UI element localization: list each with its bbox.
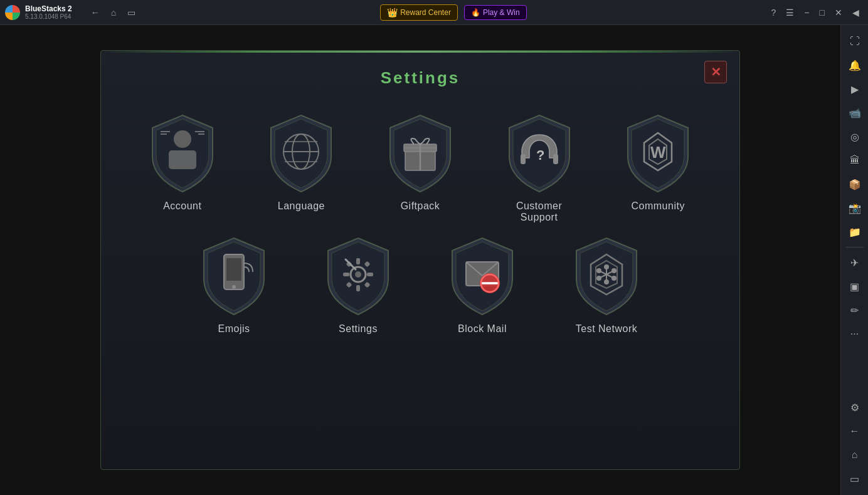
modal-top-border: [101, 51, 739, 53]
settings-item-block-mail[interactable]: Block Mail: [423, 236, 541, 335]
giftpack-shield: [383, 113, 458, 194]
svg-rect-16: [553, 154, 558, 164]
topbar: BlueStacks 2 5.13.0.1048 P64 ← ⌂ ▭ 👑 Rew…: [0, 0, 868, 25]
playnwin-label: Play & Win: [483, 8, 520, 17]
settings-shield: [320, 236, 396, 317]
close-button[interactable]: ✕: [831, 5, 846, 20]
svg-rect-29: [367, 273, 373, 276]
language-shield-inner: [270, 118, 332, 185]
topbar-nav: ← ⌂ ▭: [87, 5, 139, 20]
settings-item-label: Settings: [339, 323, 378, 335]
airplane-icon[interactable]: ✈: [844, 251, 866, 274]
community-label: Community: [631, 201, 684, 212]
menu-button[interactable]: ☰: [782, 5, 798, 20]
emojis-shield-inner: [203, 241, 265, 308]
settings-item-account[interactable]: Account: [126, 113, 239, 223]
screenshot-icon[interactable]: 📸: [844, 197, 866, 219]
settings-item-giftpack[interactable]: Giftpack: [364, 113, 477, 223]
game-center-icon[interactable]: 🏛: [844, 149, 866, 172]
back-sidebar-icon[interactable]: ←: [844, 420, 866, 442]
main-area: Settings ✕: [0, 25, 840, 495]
svg-rect-26: [356, 258, 360, 264]
block-mail-shield: [445, 236, 520, 317]
more-icon[interactable]: ···: [844, 323, 866, 345]
settings-sidebar-icon[interactable]: ⚙: [844, 396, 866, 419]
giftpack-label: Giftpack: [401, 201, 440, 212]
svg-text:?: ?: [536, 147, 544, 163]
topbar-center: 👑 Reward Center 🔥 Play & Win: [380, 4, 526, 21]
svg-point-48: [596, 276, 601, 281]
settings-item-emojis[interactable]: Emojis: [175, 236, 293, 335]
settings-grid-row1: Account: [101, 113, 739, 236]
settings-item-community[interactable]: W Community: [601, 113, 714, 223]
test-network-shield: [569, 236, 644, 317]
maximize-button[interactable]: □: [816, 5, 828, 20]
play-icon[interactable]: ▶: [844, 78, 866, 100]
erase-icon[interactable]: ✏: [844, 299, 866, 321]
emojis-label: Emojis: [218, 323, 250, 335]
svg-rect-1: [169, 150, 196, 169]
apk-icon[interactable]: 📦: [844, 173, 866, 195]
svg-point-47: [604, 279, 609, 284]
emojis-shield: [196, 236, 272, 317]
account-shield: [145, 113, 220, 194]
svg-point-25: [355, 271, 361, 278]
svg-rect-15: [521, 154, 526, 164]
screen-record-icon[interactable]: 📹: [844, 102, 866, 124]
modal-close-button[interactable]: ✕: [704, 61, 727, 83]
sidebar-toggle-button[interactable]: ◀: [849, 5, 863, 20]
home-button[interactable]: ⌂: [107, 5, 120, 20]
settings-item-language[interactable]: Language: [245, 113, 358, 223]
fullscreen-icon[interactable]: ⛶: [844, 30, 866, 53]
svg-point-23: [232, 285, 236, 289]
crown-icon: 👑: [387, 8, 398, 18]
customer-support-label: Customer Support: [516, 201, 562, 223]
test-network-shield-inner: [575, 241, 638, 308]
svg-rect-28: [343, 273, 349, 276]
svg-rect-27: [356, 285, 360, 291]
multiinstance-icon[interactable]: ▣: [844, 275, 866, 298]
block-mail-label: Block Mail: [458, 323, 507, 335]
app-name: BlueStacks 2: [25, 4, 72, 13]
aim-icon[interactable]: ◎: [844, 125, 866, 148]
home-sidebar-icon[interactable]: ⌂: [844, 444, 866, 466]
minimize-button[interactable]: −: [800, 5, 813, 20]
test-network-label: Test Network: [576, 323, 637, 335]
play-win-button[interactable]: 🔥 Play & Win: [464, 5, 527, 20]
back-button[interactable]: ←: [87, 5, 103, 20]
community-shield: W: [620, 113, 696, 194]
svg-point-46: [611, 268, 617, 273]
svg-text:W: W: [650, 143, 666, 162]
settings-item-settings[interactable]: Settings: [299, 236, 417, 335]
reward-center-button[interactable]: 👑 Reward Center: [380, 4, 458, 21]
fire-icon: 🔥: [471, 8, 480, 17]
svg-point-0: [174, 130, 191, 148]
svg-rect-31: [364, 261, 371, 267]
language-shield: [263, 113, 339, 194]
right-sidebar: ⛶ 🔔 ▶ 📹 ◎ 🏛 📦 📸 📁 ✈ ▣ ✏ ··· ⚙ ← ⌂ ▭: [840, 25, 868, 495]
settings-modal: Settings ✕: [100, 50, 740, 470]
settings-grid-row2: Emojis: [101, 236, 739, 335]
app-version: 5.13.0.1048 P64: [25, 13, 72, 20]
square-sidebar-icon[interactable]: ▭: [844, 467, 866, 490]
svg-point-44: [604, 264, 609, 269]
settings-item-test-network[interactable]: Test Network: [548, 236, 665, 335]
language-label: Language: [278, 201, 325, 212]
bluestacks-logo: [5, 5, 20, 20]
account-shield-inner: [151, 118, 214, 185]
account-label: Account: [163, 201, 201, 212]
svg-point-49: [611, 276, 617, 281]
giftpack-shield-inner: [389, 118, 452, 185]
topbar-left: BlueStacks 2 5.13.0.1048 P64 ← ⌂ ▭: [5, 4, 139, 20]
volume-icon[interactable]: 🔔: [844, 54, 866, 76]
folder-icon[interactable]: 📁: [844, 221, 866, 243]
settings-item-customer-support[interactable]: ? Customer Support: [483, 113, 596, 223]
app-title: BlueStacks 2 5.13.0.1048 P64: [25, 4, 72, 20]
reward-label: Reward Center: [400, 8, 451, 17]
svg-rect-32: [346, 281, 352, 288]
help-button[interactable]: ?: [768, 5, 780, 20]
customer-support-shield-inner: ?: [508, 118, 571, 185]
svg-rect-33: [364, 281, 371, 288]
customer-support-shield: ?: [502, 113, 577, 194]
tabs-button[interactable]: ▭: [124, 5, 139, 20]
